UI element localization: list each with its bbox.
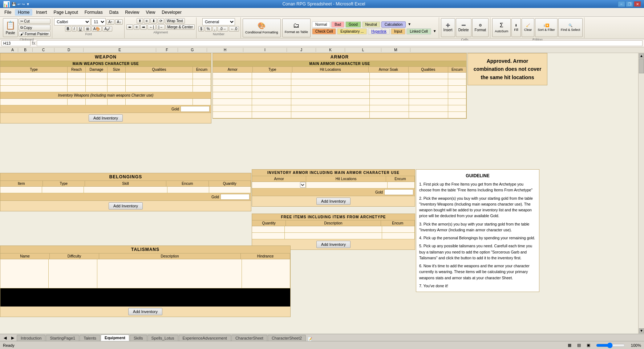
close-button[interactable]: ✕ (634, 1, 641, 7)
style-linked-cell[interactable]: Linked Cell (406, 28, 431, 35)
styles-more-button[interactable]: ▼ (407, 21, 412, 28)
cut-button[interactable]: ✂Cut (19, 19, 50, 24)
belongings-add-inventory-button[interactable]: Add Inventory (109, 202, 143, 210)
menu-review[interactable]: Review (122, 9, 142, 16)
style-good[interactable]: Good (345, 21, 361, 28)
style-hyperlink[interactable]: Hyperlink (368, 28, 390, 35)
format-table-button[interactable]: 🗂 Format as Table (282, 19, 311, 37)
talismans-cell-hind-1[interactable] (242, 259, 290, 288)
weapon-cell-type-1[interactable] (0, 73, 68, 79)
inv-armor-add-inventory-button[interactable]: Add Inventory (316, 198, 351, 205)
font-color-button[interactable]: A🖊 (102, 26, 112, 32)
style-calculation[interactable]: Calculation (381, 21, 406, 28)
border-button[interactable]: ⊞ (84, 26, 91, 32)
menu-formulas[interactable]: Formulas (82, 9, 106, 16)
italic-button[interactable]: I (72, 26, 77, 32)
talismans-cell-diff-1[interactable] (49, 259, 97, 288)
align-left-button[interactable]: ⬅ (126, 24, 133, 30)
talismans-cell-name-1[interactable] (0, 259, 49, 288)
sheet-tab-nav-right[interactable]: ▶ (9, 335, 16, 341)
talismans-cell-desc-1[interactable] (97, 259, 242, 288)
menu-page-layout[interactable]: Page Layout (50, 9, 81, 16)
style-explanatory[interactable]: Explanatory ... (337, 28, 367, 35)
align-top-button[interactable]: ⬆ (137, 18, 143, 24)
restore-button[interactable]: ❐ (626, 1, 633, 7)
increase-indent-button[interactable]: |→ (157, 24, 165, 30)
style-input[interactable]: Input (391, 28, 405, 35)
font-name-select[interactable]: Calibri (54, 18, 90, 25)
inv-armor-gold-input[interactable] (384, 189, 413, 195)
clear-button[interactable]: 🧹 Clear (522, 18, 535, 37)
menu-data[interactable]: Data (106, 9, 121, 16)
comma-style-button[interactable]: , (212, 26, 217, 32)
paste-button[interactable]: 📋 Paste (3, 18, 18, 37)
cell-reference-input[interactable] (1, 40, 31, 46)
format-cells-button[interactable]: ⚙ Format (472, 18, 489, 37)
sheet-tab-spells[interactable]: Spells_Lotus (147, 335, 178, 341)
menu-developer[interactable]: Developer (159, 9, 185, 16)
sheet-tab-charsheet[interactable]: CharacterSheet (231, 335, 267, 341)
align-middle-button[interactable]: ≡ (144, 18, 150, 24)
align-bottom-button[interactable]: ⬇ (150, 18, 157, 24)
free-items-add-inventory-button[interactable]: Add Inventory (316, 241, 351, 248)
menu-file[interactable]: File (1, 9, 14, 16)
talismans-add-inventory-button[interactable]: Add Inventory (128, 308, 162, 315)
decrease-indent-button[interactable]: ←| (147, 24, 156, 30)
align-center-button[interactable]: ≡ (134, 24, 139, 30)
increase-font-button[interactable]: A↑ (106, 19, 114, 25)
merge-center-button[interactable]: Merge & Center (166, 24, 195, 30)
weapon-add-inventory-button[interactable]: Add Inventory (89, 114, 123, 122)
vertical-scrollbar[interactable]: ▲ ▼ (638, 53, 644, 334)
comma-button[interactable]: % (205, 26, 212, 32)
weapon-cell-reach-1[interactable] (68, 73, 86, 79)
decrease-decimal-button[interactable]: ←.0 (229, 26, 239, 32)
wrap-text-button[interactable]: Wrap Text (165, 18, 185, 24)
weapon-cell-size-1[interactable] (108, 73, 126, 79)
sheet-tab-equipment[interactable]: Equipment (101, 334, 129, 341)
percent-button[interactable]: $ (198, 26, 204, 32)
status-view-normal[interactable]: ▦ (568, 343, 571, 348)
align-right-button[interactable]: ➡ (140, 24, 147, 30)
status-view-layout[interactable]: ▤ (577, 343, 581, 348)
sheet-new-tab[interactable]: 📝 (308, 337, 312, 341)
find-select-button[interactable]: 🔍 Find & Select (558, 18, 583, 37)
style-normal[interactable]: Normal (312, 21, 330, 28)
sheet-tab-experience[interactable]: ExperienceAdvancement (179, 335, 231, 341)
minimize-button[interactable]: − (618, 1, 625, 7)
style-check-cell[interactable]: Check Cell (312, 28, 336, 35)
formula-input[interactable] (37, 40, 643, 46)
fill-button[interactable]: ⬇ Fill (511, 18, 521, 37)
decrease-font-button[interactable]: A↓ (115, 19, 123, 25)
sheet-tab-skills[interactable]: Skills (130, 335, 147, 341)
menu-view[interactable]: View (143, 9, 158, 16)
conditional-formatting-button[interactable]: 🎨 Conditional Formatting (243, 19, 281, 37)
weapon-cell-qualities-1[interactable] (126, 73, 193, 79)
sheet-tab-startingpage1[interactable]: StartingPage1 (46, 335, 79, 341)
sheet-tab-charsheet2[interactable]: CharacterSheet2 (268, 335, 306, 341)
inv-armor-dropdown[interactable] (300, 182, 306, 188)
underline-button[interactable]: U (77, 26, 84, 32)
weapon-cell-encum-1[interactable] (193, 73, 211, 79)
sheet-tab-talents[interactable]: Talents (80, 335, 100, 341)
autosum-button[interactable]: Σ AutoSum (492, 18, 511, 37)
bold-button[interactable]: B (65, 26, 71, 32)
menu-insert[interactable]: Insert (33, 9, 50, 16)
orientation-button[interactable]: ⟳ (158, 18, 164, 24)
fill-color-button[interactable]: A🎨 (92, 26, 102, 32)
sort-filter-button[interactable]: ↕🔽 Sort & Filter (535, 18, 558, 37)
sheet-tab-nav-left[interactable]: ◀ (1, 335, 9, 341)
belongings-gold-input[interactable] (220, 194, 250, 200)
style-neutral[interactable]: Neutral (362, 21, 380, 28)
zoom-slider[interactable] (596, 342, 625, 348)
style-bad[interactable]: Bad (331, 21, 344, 28)
font-size-select[interactable]: 11 (91, 18, 106, 25)
status-view-break[interactable]: ▣ (587, 343, 590, 348)
copy-button[interactable]: ⧉Copy (19, 25, 50, 31)
insert-cells-button[interactable]: ➕ Insert (441, 18, 455, 37)
format-painter-button[interactable]: 🖌Format Painter (19, 31, 50, 37)
number-format-select[interactable]: General (202, 18, 235, 25)
weapon-gold-input[interactable] (181, 106, 210, 112)
styles-more2-button[interactable]: ▼ (432, 28, 437, 35)
menu-home[interactable]: Home (15, 9, 32, 16)
weapon-cell-damage-1[interactable] (86, 73, 108, 79)
